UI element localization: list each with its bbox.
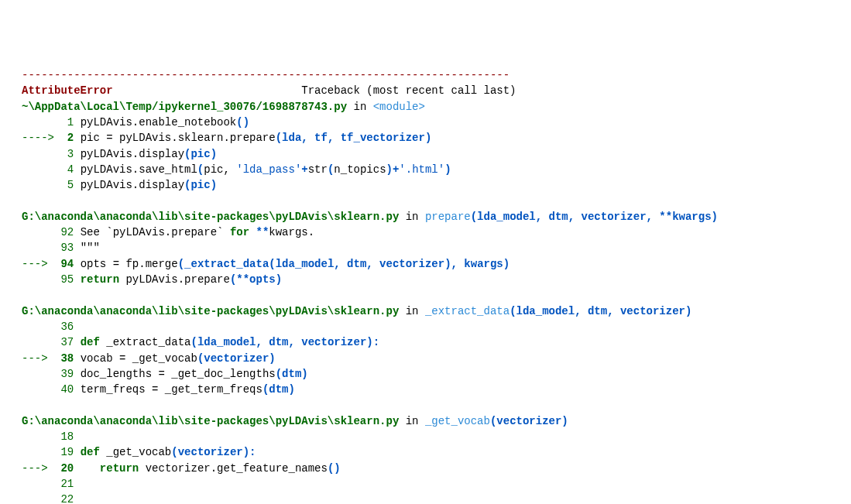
traceback-line: G:\anaconda\anaconda\lib\site-packages\p…	[22, 303, 829, 319]
traceback-line	[22, 287, 829, 303]
traceback-line: ---> 38 vocab = _get_vocab(vectorizer)	[22, 351, 829, 366]
traceback-line: 1 pyLDAvis.enable_notebook()	[22, 115, 829, 130]
traceback-line: 19 def _get_vocab(vectorizer):	[22, 444, 829, 460]
traceback-line: 3 pyLDAvis.display(pic)	[22, 146, 829, 162]
traceback-line: 39 doc_lengths = _get_doc_lengths(dtm)	[22, 366, 829, 382]
line-number: 21	[60, 478, 74, 490]
traceback-line: 40 term_freqs = _get_term_freqs(dtm)	[22, 382, 829, 397]
line-number: 22	[60, 493, 74, 504]
traceback-header: Traceback (most recent call last)	[301, 84, 516, 97]
frame-path: G:\anaconda\anaconda\lib\site-packages\p…	[22, 305, 399, 317]
traceback-rule: ----------------------------------------…	[22, 69, 510, 81]
traceback-line: AttributeError Traceback (most recent ca…	[22, 83, 829, 98]
traceback-line: 4 pyLDAvis.save_html(pic, 'lda_pass'+str…	[22, 162, 829, 177]
line-number: 93	[60, 242, 74, 254]
frame-func: _extract_data	[425, 305, 510, 317]
line-number: 40	[60, 383, 74, 396]
frame-path: ~\AppData\Local\Temp/ipykernel_30076/169…	[22, 101, 347, 113]
traceback-line	[22, 397, 829, 413]
frame-func: _get_vocab	[425, 415, 490, 427]
traceback-line	[22, 194, 829, 209]
traceback-line: 18	[22, 429, 829, 444]
traceback-line: 95 return pyLDAvis.prepare(**opts)	[22, 272, 829, 287]
traceback-line: ----------------------------------------…	[22, 67, 829, 83]
traceback-line: 37 def _extract_data(lda_model, dtm, vec…	[22, 334, 829, 350]
traceback-line: 21	[22, 476, 829, 492]
line-number: 39	[60, 368, 74, 380]
frame-func: prepare	[425, 211, 471, 223]
traceback-line: ---> 94 opts = fp.merge(_extract_data(ld…	[22, 256, 829, 272]
line-number: 18	[60, 430, 74, 443]
line-number: 94	[60, 258, 74, 270]
frame-path: G:\anaconda\anaconda\lib\site-packages\p…	[22, 415, 399, 427]
frame-args: (lda_model, dtm, vectorizer)	[510, 305, 691, 317]
traceback-line: ----> 2 pic = pyLDAvis.sklearn.prepare(l…	[22, 130, 829, 146]
frame-args: (lda_model, dtm, vectorizer, **kwargs)	[471, 211, 718, 223]
line-number: 20	[60, 462, 74, 475]
traceback-line: G:\anaconda\anaconda\lib\site-packages\p…	[22, 413, 829, 429]
line-number: 36	[60, 321, 74, 333]
traceback-line: 92 See `pyLDAvis.prepare` for **kwargs.	[22, 225, 829, 240]
traceback-line: 36	[22, 319, 829, 334]
line-number: 37	[60, 336, 74, 348]
frame-path: G:\anaconda\anaconda\lib\site-packages\p…	[22, 211, 399, 223]
traceback-output: ----------------------------------------…	[22, 67, 829, 504]
line-number: 92	[60, 226, 74, 238]
traceback-line: G:\anaconda\anaconda\lib\site-packages\p…	[22, 209, 829, 225]
traceback-line: 5 pyLDAvis.display(pic)	[22, 177, 829, 193]
frame-args: (vectorizer)	[490, 415, 568, 427]
line-number: 3	[67, 148, 74, 160]
traceback-line: ~\AppData\Local\Temp/ipykernel_30076/169…	[22, 99, 829, 115]
line-number: 19	[60, 446, 74, 458]
traceback-line: 93 """	[22, 240, 829, 255]
traceback-line: 22	[22, 492, 829, 504]
line-number: 5	[67, 179, 74, 191]
line-number: 1	[67, 116, 74, 129]
line-number: 2	[67, 132, 74, 144]
line-number: 4	[67, 163, 74, 176]
frame-func: <module>	[373, 101, 425, 113]
traceback-line: ---> 20 return vectorizer.get_feature_na…	[22, 461, 829, 476]
line-number: 95	[60, 273, 74, 286]
line-number: 38	[60, 352, 74, 365]
error-name: AttributeError	[22, 84, 113, 97]
